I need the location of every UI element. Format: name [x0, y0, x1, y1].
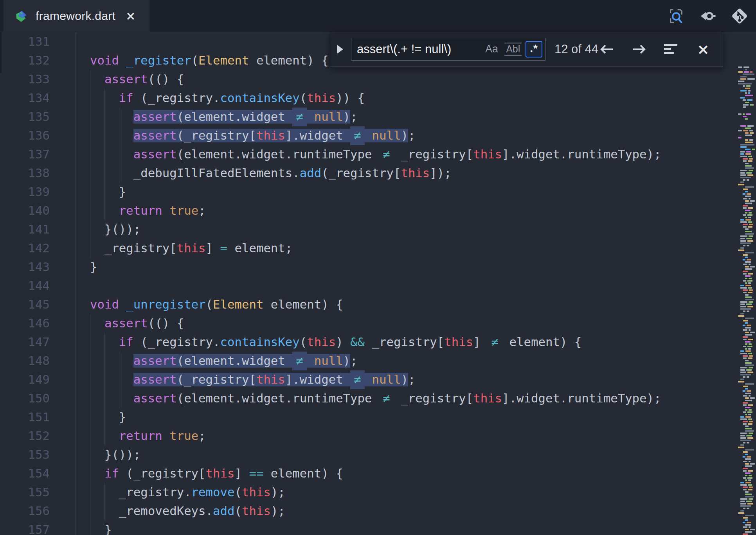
- tab-framework-dart[interactable]: framework.dart ×: [4, 0, 149, 32]
- find-query-text[interactable]: assert\(.+ != null\): [357, 42, 479, 56]
- git-icon[interactable]: [730, 7, 749, 25]
- line-number[interactable]: 132: [0, 51, 50, 70]
- line-number[interactable]: 140: [0, 201, 50, 220]
- code-text[interactable]: }());: [76, 445, 140, 464]
- line-number[interactable]: 144: [0, 276, 50, 295]
- code-line[interactable]: 141 }());: [0, 220, 736, 239]
- code-line[interactable]: 154 if (_registry[this] == element) {: [0, 464, 736, 483]
- match-case-button[interactable]: Aa: [483, 42, 500, 56]
- code-text[interactable]: if (_registry.containsKey(this)) {: [76, 89, 365, 108]
- line-number[interactable]: 146: [0, 314, 50, 333]
- code-line[interactable]: 137 assert(element.widget.runtimeType ≠ …: [0, 145, 736, 164]
- code-line[interactable]: 156 _removedKeys.add(this);: [0, 502, 736, 521]
- code-line[interactable]: 136 assert(_registry[this].widget ≠ null…: [0, 126, 736, 145]
- code-line[interactable]: 143 }: [0, 258, 736, 276]
- code-text[interactable]: void _register(Element element) {: [76, 51, 329, 70]
- code-text[interactable]: assert(_registry[this].widget ≠ null);: [76, 126, 415, 145]
- code-line[interactable]: 139 }: [0, 183, 736, 201]
- code-line[interactable]: 145 void _unregister(Element element) {: [0, 295, 736, 314]
- code-line[interactable]: 142 _registry[this] = element;: [0, 239, 736, 258]
- next-match-button[interactable]: [630, 41, 648, 58]
- tab-close-icon[interactable]: ×: [126, 10, 135, 22]
- find-in-selection-icon[interactable]: [662, 41, 680, 58]
- minimap-line: [740, 353, 747, 354]
- code-line[interactable]: 157 }: [0, 521, 736, 535]
- minimap[interactable]: [737, 63, 756, 535]
- line-number[interactable]: 149: [0, 370, 50, 389]
- code-line[interactable]: 149 assert(_registry[this].widget ≠ null…: [0, 370, 736, 389]
- code-line[interactable]: 151 }: [0, 408, 736, 427]
- find-input[interactable]: assert\(.+ != null\) Aa Abl .*: [351, 38, 546, 61]
- code-text[interactable]: void _unregister(Element element) {: [76, 295, 343, 314]
- line-number[interactable]: 135: [0, 108, 50, 126]
- whole-word-button[interactable]: Abl: [504, 43, 522, 56]
- code-line[interactable]: 155 _registry.remove(this);: [0, 483, 736, 502]
- toggle-replace-button[interactable]: [337, 45, 343, 54]
- code-line[interactable]: 147 if (_registry.containsKey(this) && _…: [0, 333, 736, 352]
- code-text[interactable]: }: [76, 521, 112, 535]
- code-text[interactable]: _removedKeys.add(this);: [76, 502, 285, 521]
- code-text[interactable]: assert(() {: [76, 314, 184, 333]
- minimap-line: [745, 388, 748, 390]
- code-editor[interactable]: 131132 void _register(Element element) {…: [0, 32, 756, 535]
- find-close-icon[interactable]: ×: [695, 41, 712, 58]
- code-text[interactable]: _registry.remove(this);: [76, 483, 285, 502]
- code-line[interactable]: 135 assert(element.widget ≠ null);: [0, 108, 736, 126]
- line-number[interactable]: 137: [0, 145, 50, 164]
- code-line[interactable]: 148 assert(element.widget ≠ null);: [0, 352, 736, 370]
- line-number[interactable]: 156: [0, 502, 50, 521]
- minimap-line: [743, 214, 746, 216]
- code-text[interactable]: assert(element.widget.runtimeType ≠ _reg…: [76, 389, 661, 408]
- code-line[interactable]: 138 _debugIllFatedElements.add(_registry…: [0, 164, 736, 183]
- code-text[interactable]: assert(element.widget ≠ null);: [76, 108, 358, 126]
- code-text[interactable]: }: [76, 183, 126, 201]
- line-number[interactable]: 153: [0, 445, 50, 464]
- line-number[interactable]: 133: [0, 70, 50, 89]
- code-text[interactable]: assert(() {: [76, 70, 184, 89]
- code-text[interactable]: }());: [76, 220, 140, 239]
- code-line[interactable]: 134 if (_registry.containsKey(this)) {: [0, 89, 736, 108]
- code-text[interactable]: return true;: [76, 201, 206, 220]
- line-number[interactable]: 148: [0, 352, 50, 370]
- code-text[interactable]: }: [76, 408, 126, 427]
- line-number[interactable]: 142: [0, 239, 50, 258]
- code-text[interactable]: assert(_registry[this].widget ≠ null);: [76, 370, 415, 389]
- line-number[interactable]: 138: [0, 164, 50, 183]
- line-number[interactable]: 136: [0, 126, 50, 145]
- code-line[interactable]: 133 assert(() {: [0, 70, 736, 89]
- code-area[interactable]: 131132 void _register(Element element) {…: [0, 32, 736, 535]
- line-number[interactable]: 145: [0, 295, 50, 314]
- line-number[interactable]: 139: [0, 183, 50, 201]
- code-line[interactable]: 140 return true;: [0, 201, 736, 220]
- line-number[interactable]: 150: [0, 389, 50, 408]
- line-number[interactable]: 152: [0, 427, 50, 445]
- code-line[interactable]: 146 assert(() {: [0, 314, 736, 333]
- line-number[interactable]: 147: [0, 333, 50, 352]
- code-text[interactable]: assert(element.widget.runtimeType ≠ _reg…: [76, 145, 661, 164]
- line-number[interactable]: 154: [0, 464, 50, 483]
- line-number[interactable]: 141: [0, 220, 50, 239]
- code-line[interactable]: 150 assert(element.widget.runtimeType ≠ …: [0, 389, 736, 408]
- code-line[interactable]: 152 return true;: [0, 427, 736, 445]
- code-text[interactable]: if (_registry[this] == element) {: [76, 464, 343, 483]
- code-text[interactable]: if (_registry.containsKey(this) && _regi…: [76, 333, 581, 352]
- line-number[interactable]: 157: [0, 521, 50, 535]
- code-text[interactable]: _debugIllFatedElements.add(_registry[thi…: [76, 164, 452, 183]
- line-number[interactable]: 131: [0, 32, 50, 51]
- code-text[interactable]: return true;: [76, 427, 206, 445]
- line-number[interactable]: 155: [0, 483, 50, 502]
- minimap-line: [740, 146, 747, 148]
- line-number[interactable]: 143: [0, 258, 50, 276]
- code-text[interactable]: }: [76, 258, 97, 276]
- open-changes-icon[interactable]: [698, 7, 717, 25]
- search-editor-icon[interactable]: [666, 7, 685, 25]
- code-text[interactable]: assert(element.widget ≠ null);: [76, 352, 358, 370]
- code-line[interactable]: 153 }());: [0, 445, 736, 464]
- code-line[interactable]: 144: [0, 276, 736, 295]
- line-number[interactable]: 151: [0, 408, 50, 427]
- minimap-line: [745, 191, 748, 192]
- previous-match-button[interactable]: [598, 41, 616, 58]
- regex-button[interactable]: .*: [526, 41, 542, 57]
- code-text[interactable]: _registry[this] = element;: [76, 239, 292, 258]
- line-number[interactable]: 134: [0, 89, 50, 108]
